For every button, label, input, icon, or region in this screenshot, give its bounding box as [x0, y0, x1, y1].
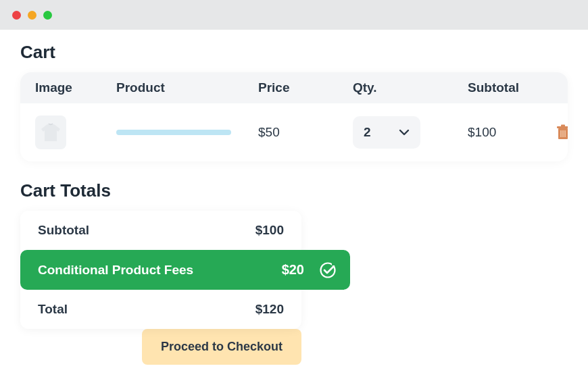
cart-panel: Image Product Price Qty. Subtotal $50 [20, 72, 568, 161]
total-value: $120 [255, 302, 284, 317]
total-row: Total $120 [20, 290, 301, 329]
minimize-window-dot[interactable] [28, 11, 36, 20]
quantity-select[interactable]: 2 [353, 116, 420, 149]
subtotal-value: $100 [255, 223, 284, 238]
header-product: Product [116, 80, 258, 95]
totals-panel: Subtotal $100 Conditional Product Fees $… [20, 211, 301, 329]
cart-totals-title: Cart Totals [20, 180, 568, 201]
shirt-icon [40, 121, 62, 144]
trash-icon [556, 124, 568, 140]
subtotal-row: Subtotal $100 [20, 211, 301, 250]
window-titlebar [0, 0, 588, 30]
subtotal-label: Subtotal [38, 223, 89, 238]
svg-rect-2 [561, 125, 565, 127]
header-price: Price [258, 80, 353, 95]
remove-item-button[interactable] [556, 124, 568, 140]
svg-rect-7 [332, 263, 336, 265]
product-name-placeholder [116, 130, 231, 135]
cart-title: Cart [20, 42, 568, 63]
item-subtotal: $100 [468, 125, 556, 140]
check-circle-icon [319, 261, 337, 279]
product-thumbnail [35, 116, 66, 149]
conditional-fee-row: Conditional Product Fees $20 [20, 250, 350, 290]
maximize-window-dot[interactable] [43, 11, 52, 20]
item-price: $50 [258, 125, 353, 140]
fee-label: Conditional Product Fees [38, 263, 193, 278]
header-qty: Qty. [353, 80, 468, 95]
close-window-dot[interactable] [12, 11, 21, 20]
total-label: Total [38, 302, 68, 317]
header-image: Image [35, 80, 116, 95]
chevron-down-icon [399, 129, 410, 136]
header-subtotal: Subtotal [468, 80, 556, 95]
cart-header-row: Image Product Price Qty. Subtotal [20, 72, 568, 103]
cart-item-row: $50 2 $100 [20, 103, 568, 161]
proceed-to-checkout-button[interactable]: Proceed to Checkout [142, 329, 301, 365]
quantity-value: 2 [364, 125, 371, 140]
